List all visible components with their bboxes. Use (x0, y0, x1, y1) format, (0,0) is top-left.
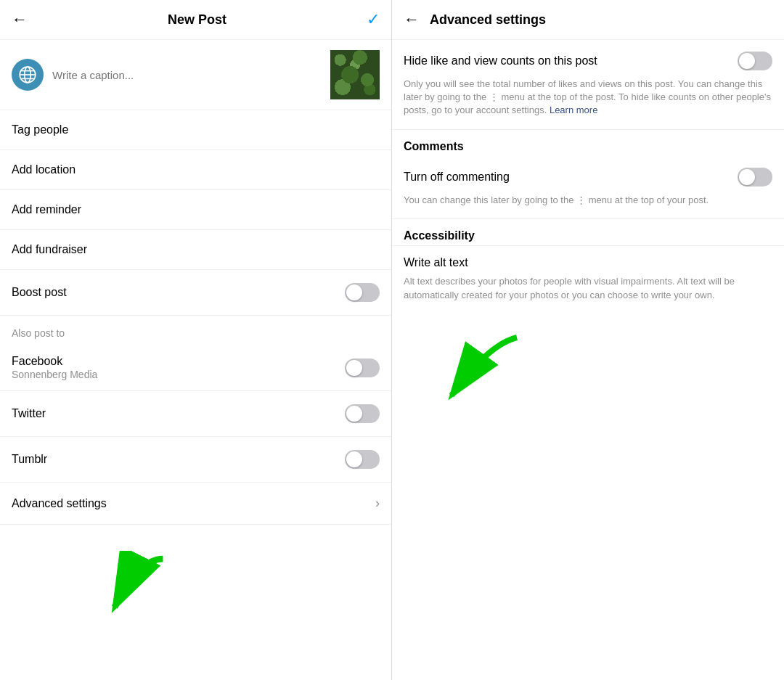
advanced-settings-item[interactable]: Advanced settings › (0, 483, 391, 525)
boost-post-item[interactable]: Boost post (0, 270, 391, 316)
back-button[interactable]: ← (12, 10, 28, 29)
accessibility-heading: Accessibility (392, 219, 784, 245)
turn-off-commenting-description: You can change this later by going to th… (404, 194, 772, 207)
twitter-toggle[interactable] (345, 404, 380, 423)
globe-icon (18, 65, 37, 84)
tumblr-toggle[interactable] (345, 450, 380, 469)
tumblr-label: Tumblr (12, 453, 47, 466)
facebook-toggle[interactable] (345, 359, 380, 377)
facebook-account: Sonnenberg Media (12, 369, 97, 380)
add-fundraiser-item[interactable]: Add fundraiser (0, 230, 391, 270)
advanced-back-button[interactable]: ← (404, 10, 420, 29)
facebook-label: Facebook (12, 355, 97, 368)
advanced-settings-panel: ← Advanced settings Hide like and view c… (392, 0, 784, 680)
new-post-header: ← New Post ✓ (0, 0, 391, 40)
write-alt-label[interactable]: Write alt text (404, 256, 772, 269)
twitter-item[interactable]: Twitter (0, 391, 391, 437)
turn-off-commenting-section: Turn off commenting You can change this … (392, 156, 784, 219)
add-location-item[interactable]: Add location (0, 150, 391, 190)
confirm-button[interactable]: ✓ (367, 10, 380, 29)
add-fundraiser-label: Add fundraiser (12, 243, 87, 256)
avatar (12, 59, 44, 91)
add-location-label: Add location (12, 163, 75, 176)
advanced-settings-title: Advanced settings (430, 12, 546, 28)
hide-counts-section: Hide like and view counts on this post O… (392, 40, 784, 130)
learn-more-link[interactable]: Learn more (550, 105, 597, 115)
advanced-settings-label: Advanced settings (12, 497, 107, 510)
new-post-panel: ← New Post ✓ Tag people Add locat (0, 0, 392, 680)
tag-people-label: Tag people (12, 123, 68, 136)
advanced-settings-header: ← Advanced settings (392, 0, 784, 40)
tumblr-item[interactable]: Tumblr (0, 437, 391, 483)
write-alt-section: Write alt text Alt text describes your p… (392, 246, 784, 313)
comments-heading: Comments (392, 130, 784, 156)
also-post-section-label: Also post to (0, 316, 391, 345)
caption-area (0, 40, 391, 110)
add-reminder-label: Add reminder (12, 203, 81, 216)
new-post-title: New Post (168, 12, 226, 28)
facebook-row[interactable]: Facebook Sonnenberg Media (0, 345, 391, 391)
boost-post-label: Boost post (12, 286, 67, 299)
hide-counts-row: Hide like and view counts on this post (404, 52, 772, 70)
turn-off-commenting-row: Turn off commenting (404, 168, 772, 187)
hide-counts-toggle[interactable] (738, 52, 772, 70)
turn-off-commenting-toggle[interactable] (738, 168, 772, 187)
chevron-right-icon: › (375, 496, 380, 511)
hide-counts-description: Only you will see the total number of li… (404, 78, 772, 118)
hide-counts-label: Hide like and view counts on this post (404, 54, 738, 67)
turn-off-commenting-label: Turn off commenting (404, 171, 738, 184)
post-thumbnail (330, 50, 380, 99)
caption-input[interactable] (52, 69, 322, 81)
tag-people-item[interactable]: Tag people (0, 110, 391, 150)
boost-post-toggle[interactable] (345, 283, 380, 302)
add-reminder-item[interactable]: Add reminder (0, 190, 391, 230)
twitter-label: Twitter (12, 407, 46, 420)
write-alt-description: Alt text describes your photos for peopl… (404, 275, 772, 303)
